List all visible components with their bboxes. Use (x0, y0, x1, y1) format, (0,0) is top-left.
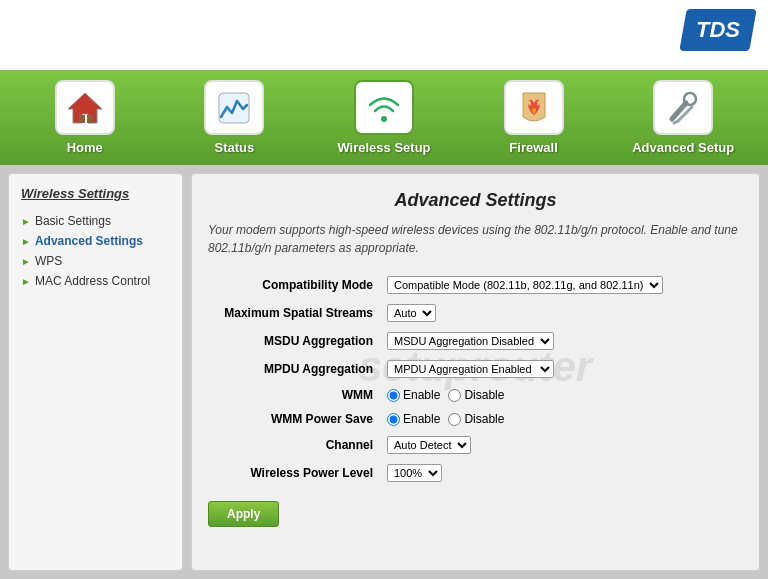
sidebar: Wireless Settings ► Basic Settings ► Adv… (8, 173, 183, 571)
nav-item-status[interactable]: Status (174, 80, 294, 155)
table-row-wmm-power: WMM Power Save Enable Disable (208, 407, 743, 431)
label-mpdu: MPDU Aggregation (208, 355, 383, 383)
header: TDS (0, 0, 768, 70)
table-row-mpdu: MPDU Aggregation MPDU Aggregation Enable… (208, 355, 743, 383)
table-row-msdu: MSDU Aggregation MSDU Aggregation Disabl… (208, 327, 743, 355)
table-row-power-level: Wireless Power Level 100% 75% 50% 25% (208, 459, 743, 487)
sidebar-title: Wireless Settings (21, 186, 170, 201)
sidebar-label-wps: WPS (35, 254, 62, 268)
content-panel: setuprouter Advanced Settings Your modem… (191, 173, 760, 571)
label-channel: Channel (208, 431, 383, 459)
navbar: Home Status Wireless Setup (0, 70, 768, 165)
nav-label-advanced: Advanced Setup (632, 140, 734, 155)
wmm-power-disable-label[interactable]: Disable (448, 412, 504, 426)
wireless-icon (365, 89, 403, 127)
select-compatibility[interactable]: Compatible Mode (802.11b, 802.11g, and 8… (387, 276, 663, 294)
wireless-icon-wrap (354, 80, 414, 135)
select-mpdu[interactable]: MPDU Aggregation Enabled MPDU Aggregatio… (387, 360, 554, 378)
wmm-power-disable-radio[interactable] (448, 413, 461, 426)
table-row-compatibility: Compatibility Mode Compatible Mode (802.… (208, 271, 743, 299)
wmm-disable-radio[interactable] (448, 389, 461, 402)
nav-item-wireless[interactable]: Wireless Setup (324, 80, 444, 155)
table-row-spatial-streams: Maximum Spatial Streams Auto 1 2 (208, 299, 743, 327)
advanced-icon (664, 89, 702, 127)
arrow-icon-active: ► (21, 236, 31, 247)
svg-rect-2 (87, 115, 93, 123)
wmm-power-radio-group: Enable Disable (387, 412, 739, 426)
logo-text: TDS (696, 17, 740, 43)
sidebar-item-advanced-settings[interactable]: ► Advanced Settings (21, 231, 170, 251)
sidebar-item-mac-control[interactable]: ► MAC Address Control (21, 271, 170, 291)
sidebar-item-wps[interactable]: ► WPS (21, 251, 170, 271)
nav-label-home: Home (67, 140, 103, 155)
label-msdu: MSDU Aggregation (208, 327, 383, 355)
select-spatial-streams[interactable]: Auto 1 2 (387, 304, 436, 322)
select-msdu[interactable]: MSDU Aggregation Disabled MSDU Aggregati… (387, 332, 554, 350)
table-row-channel: Channel Auto Detect 1234 5678 91011 (208, 431, 743, 459)
firewall-icon (515, 89, 553, 127)
nav-item-firewall[interactable]: Firewall (474, 80, 594, 155)
wmm-disable-label[interactable]: Disable (448, 388, 504, 402)
arrow-icon-mac: ► (21, 276, 31, 287)
page-title: Advanced Settings (208, 190, 743, 211)
wmm-enable-radio[interactable] (387, 389, 400, 402)
wmm-power-enable-radio[interactable] (387, 413, 400, 426)
nav-label-wireless: Wireless Setup (337, 140, 430, 155)
select-channel[interactable]: Auto Detect 1234 5678 91011 (387, 436, 471, 454)
svg-rect-1 (79, 115, 85, 123)
label-wmm-power: WMM Power Save (208, 407, 383, 431)
nav-label-firewall: Firewall (509, 140, 557, 155)
svg-point-4 (381, 116, 387, 122)
page-description: Your modem supports high-speed wireless … (208, 221, 743, 257)
nav-item-home[interactable]: Home (25, 80, 145, 155)
label-spatial-streams: Maximum Spatial Streams (208, 299, 383, 327)
apply-button[interactable]: Apply (208, 501, 279, 527)
nav-item-advanced[interactable]: Advanced Setup (623, 80, 743, 155)
nav-label-status: Status (215, 140, 255, 155)
label-power-level: Wireless Power Level (208, 459, 383, 487)
wmm-power-enable-label[interactable]: Enable (387, 412, 440, 426)
label-compatibility: Compatibility Mode (208, 271, 383, 299)
status-icon (215, 89, 253, 127)
arrow-icon-wps: ► (21, 256, 31, 267)
sidebar-label-basic: Basic Settings (35, 214, 111, 228)
label-wmm: WMM (208, 383, 383, 407)
sidebar-label-advanced: Advanced Settings (35, 234, 143, 248)
home-icon (66, 89, 104, 127)
logo: TDS (678, 5, 758, 55)
svg-point-6 (684, 93, 696, 105)
firewall-icon-wrap (504, 80, 564, 135)
settings-table: Compatibility Mode Compatible Mode (802.… (208, 271, 743, 487)
status-icon-wrap (204, 80, 264, 135)
advanced-icon-wrap (653, 80, 713, 135)
sidebar-item-basic-settings[interactable]: ► Basic Settings (21, 211, 170, 231)
arrow-icon: ► (21, 216, 31, 227)
main-content-area: Wireless Settings ► Basic Settings ► Adv… (0, 165, 768, 579)
svg-line-8 (674, 121, 678, 123)
wmm-radio-group: Enable Disable (387, 388, 739, 402)
wmm-enable-label[interactable]: Enable (387, 388, 440, 402)
select-power-level[interactable]: 100% 75% 50% 25% (387, 464, 442, 482)
sidebar-label-mac: MAC Address Control (35, 274, 150, 288)
home-icon-wrap (55, 80, 115, 135)
table-row-wmm: WMM Enable Disable (208, 383, 743, 407)
